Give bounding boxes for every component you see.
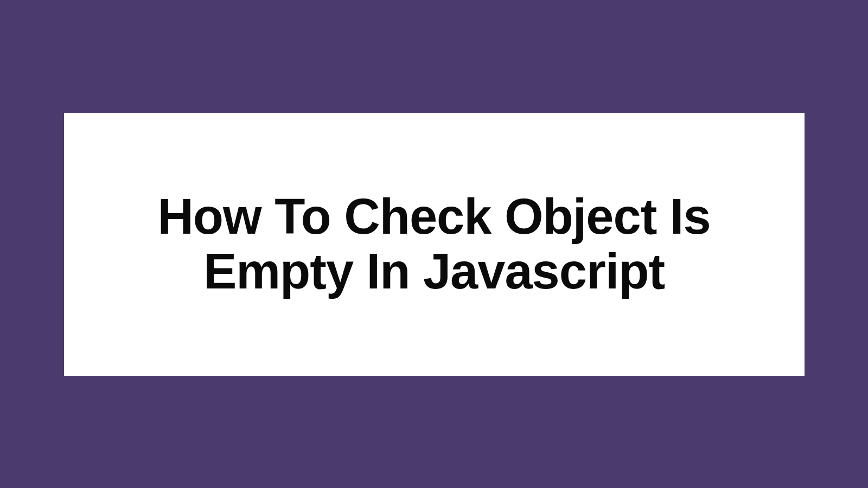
title-card: How To Check Object Is Empty In Javascri… — [64, 113, 805, 376]
page-title: How To Check Object Is Empty In Javascri… — [86, 189, 783, 299]
